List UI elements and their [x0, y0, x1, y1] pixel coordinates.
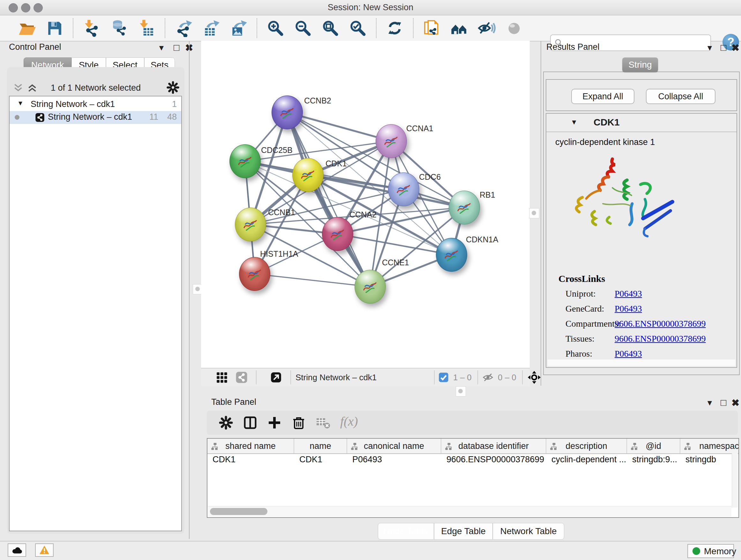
zoom-fit-icon[interactable] [321, 19, 339, 37]
table-vertical-scrollbar[interactable] [732, 453, 738, 508]
table-panel-menu-icon[interactable]: ▼ [706, 398, 714, 408]
column-header-database-identifier[interactable]: database identifier [441, 439, 546, 453]
delete-table-icon[interactable] [315, 415, 331, 430]
selected-checkbox-icon[interactable] [439, 372, 449, 382]
scrollbar-thumb[interactable] [210, 508, 267, 515]
node-ccnb1[interactable] [235, 207, 266, 241]
expand-all-button[interactable]: Expand All [571, 89, 634, 104]
crosslink-link[interactable]: P06493 [615, 349, 642, 359]
grid-view-icon[interactable] [216, 371, 228, 383]
column-header-canonical-name[interactable]: canonical name [347, 439, 441, 453]
divider [477, 370, 478, 384]
table-panel-close-icon[interactable]: ✖ [731, 397, 739, 408]
node-cdk1[interactable] [292, 158, 324, 192]
import-table-from-file-icon[interactable] [138, 19, 155, 37]
column-header-namespace[interactable]: namespace [680, 439, 739, 453]
column-header-name[interactable]: name [294, 439, 347, 453]
table-horizontal-scrollbar[interactable] [208, 506, 731, 516]
export-table-icon[interactable] [202, 19, 220, 37]
table-cell[interactable]: stringdb [685, 455, 739, 468]
gene-collapse-triangle-icon[interactable]: ▼ [570, 118, 578, 126]
bottom-splitter-handle[interactable] [456, 386, 466, 396]
tab-node-table[interactable]: Node Table [378, 523, 434, 540]
memory-button[interactable]: Memory [687, 544, 734, 558]
detach-view-icon[interactable] [270, 371, 282, 383]
node-ccne1[interactable] [354, 270, 386, 304]
string-document-icon[interactable] [423, 19, 441, 37]
node-ccna1[interactable] [376, 124, 407, 158]
hide-unhide-icon[interactable] [478, 19, 495, 37]
import-network-from-database-icon[interactable] [110, 19, 128, 37]
network-view-icon[interactable] [235, 371, 248, 383]
table-options-gear-icon[interactable] [218, 415, 233, 430]
network-view-toolbar: String Network – cdk1 1 – 0 0 – 0 [201, 368, 530, 386]
selected-node-edge-counts: 1 – 0 [453, 373, 472, 382]
network-edge[interactable] [255, 274, 370, 287]
table-cell[interactable]: stringdb:9... [632, 455, 679, 468]
divider [189, 41, 190, 539]
home-icon[interactable] [450, 19, 468, 37]
save-session-icon[interactable] [46, 19, 64, 37]
control-panel-float-icon[interactable]: □ [174, 42, 179, 53]
node-ccnb2[interactable] [272, 96, 303, 129]
node-ccna2[interactable] [322, 217, 353, 251]
column-header--id[interactable]: @id [627, 439, 680, 453]
hidden-eye-icon[interactable] [482, 371, 494, 383]
export-network-icon[interactable] [175, 19, 192, 37]
network-collection-row[interactable]: ▼ String Network – cdk1 1 [10, 98, 181, 111]
cloud-button[interactable] [8, 543, 26, 557]
node-hist1h1a[interactable] [239, 257, 270, 291]
column-header-description[interactable]: description [546, 439, 627, 453]
delete-column-trash-icon[interactable] [291, 415, 307, 430]
crosslink-link[interactable]: 9606.ENSP00000378699 [615, 334, 705, 344]
results-panel-close-icon[interactable]: ✖ [731, 42, 739, 53]
function-builder-icon[interactable]: f(x) [340, 414, 358, 429]
table-cell[interactable]: P06493 [352, 455, 440, 468]
tab-string[interactable]: String [622, 57, 658, 72]
network-edges [201, 41, 530, 368]
tab-edge-table[interactable]: Edge Table [434, 523, 493, 540]
tab-network-table[interactable]: Network Table [493, 523, 564, 540]
main-toolbar: ? [0, 15, 741, 42]
gene-section-header[interactable]: ▼ CDK1 [546, 114, 737, 132]
node-rb1[interactable] [449, 191, 480, 225]
table-panel-float-icon[interactable]: □ [721, 397, 726, 408]
table-cell[interactable]: cyclin-dependent ... [551, 455, 626, 468]
network-row-selected[interactable]: String Network – cdk1 11 48 [10, 111, 181, 124]
network-edge[interactable] [287, 112, 391, 141]
node-cdkn1a[interactable] [436, 238, 467, 272]
zoom-selected-icon[interactable] [349, 19, 367, 37]
export-image-icon[interactable] [229, 19, 247, 37]
column-header-shared-name[interactable]: shared name [207, 439, 294, 453]
open-file-icon[interactable] [18, 19, 36, 37]
node-cdc6[interactable] [388, 172, 419, 206]
table-cell[interactable]: CDK1 [299, 455, 346, 468]
collapse-triangle-icon[interactable]: ▼ [17, 100, 23, 107]
results-panel-float-icon[interactable]: □ [721, 42, 726, 53]
table-cell[interactable]: CDK1 [212, 455, 293, 468]
control-panel-menu-icon[interactable]: ▼ [158, 44, 165, 52]
show-columns-icon[interactable] [243, 415, 258, 430]
network-canvas[interactable]: CCNB2CCNA1CDC25BCDK1CDC6RB1CCNB1CCNA2CDK… [201, 41, 530, 368]
gene-scrollbar-track[interactable] [548, 360, 735, 366]
network-options-gear-icon[interactable] [166, 80, 180, 95]
warnings-button[interactable] [35, 543, 54, 557]
add-column-icon[interactable] [267, 415, 282, 430]
network-edge[interactable] [251, 189, 404, 225]
presentation-sphere-icon[interactable] [505, 19, 523, 37]
results-panel-menu-icon[interactable]: ▼ [706, 44, 714, 52]
collapse-all-button[interactable]: Collapse All [646, 89, 716, 104]
fit-content-crosshair-icon[interactable] [527, 370, 541, 384]
table-toolbar: f(x) [207, 411, 738, 435]
crosslink-link[interactable]: P06493 [615, 304, 642, 314]
refresh-network-icon[interactable] [386, 19, 404, 37]
right-splitter-handle[interactable] [529, 208, 539, 219]
crosslink-link[interactable]: 9606.ENSP00000378699 [615, 319, 705, 329]
zoom-out-icon[interactable] [294, 19, 312, 37]
table-cell[interactable]: 9606.ENSP00000378699 [447, 455, 545, 468]
import-network-from-file-icon[interactable] [83, 19, 100, 37]
divider [541, 41, 541, 386]
crosslink-link[interactable]: P06493 [615, 289, 642, 299]
node-cdc25b[interactable] [229, 144, 261, 178]
zoom-in-icon[interactable] [266, 19, 284, 37]
